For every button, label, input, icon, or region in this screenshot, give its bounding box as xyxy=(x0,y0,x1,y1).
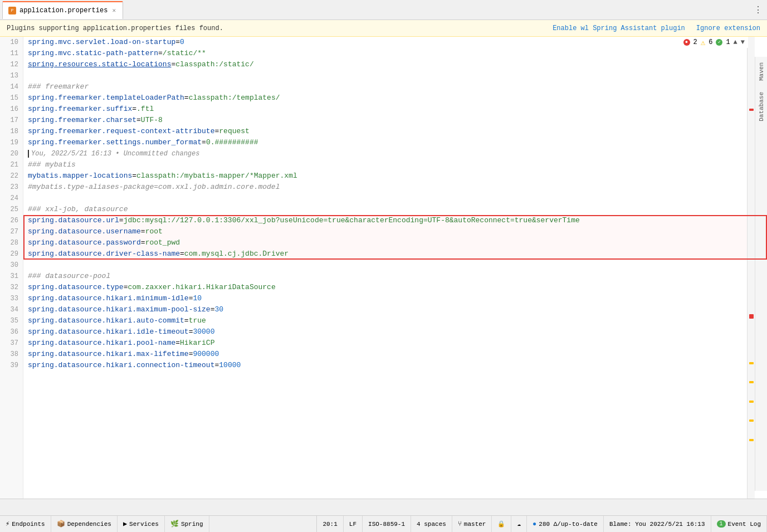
code-line[interactable]: spring.freemarker.suffix=.ftl xyxy=(23,104,767,115)
scroll-up-button[interactable]: ▲ xyxy=(734,38,737,46)
warn-scroll-marker-4 xyxy=(749,419,754,422)
line-number: 33 xyxy=(0,293,23,304)
plugin-message: Plugins supporting application.propertie… xyxy=(7,25,223,32)
branch-indicator[interactable]: ⑂ master xyxy=(452,516,492,532)
code-line[interactable] xyxy=(23,70,767,81)
line-number: 24 xyxy=(0,193,23,204)
services-tab[interactable]: ▶ Services xyxy=(118,516,165,532)
right-sidebar: Maven Database xyxy=(755,57,767,491)
code-line[interactable]: spring.datasource.hikari.max-lifetime=90… xyxy=(23,349,767,360)
blame-text: Blame: You 2022/5/21 16:13 xyxy=(609,521,705,528)
code-line[interactable]: spring.freemarker.request-context-attrib… xyxy=(23,126,767,137)
event-log-button[interactable]: 1 Event Log xyxy=(711,516,767,532)
indent-indicator[interactable]: 4 spaces xyxy=(411,516,452,532)
code-line[interactable]: spring.datasource.url=jdbc:mysql://127.0… xyxy=(23,215,767,226)
encoding-indicator[interactable]: ISO-8859-1 xyxy=(363,516,411,532)
code-line[interactable]: spring.datasource.driver-class-name=com.… xyxy=(23,248,767,260)
code-line[interactable]: spring.datasource.hikari.pool-name=Hikar… xyxy=(23,338,767,349)
error-count: 2 xyxy=(693,38,697,46)
line-number: 17 xyxy=(0,115,23,126)
code-line[interactable]: #mybatis.type-aliases-package=com.xxl.jo… xyxy=(23,182,767,193)
code-line[interactable]: spring.freemarker.charset=UTF-8 xyxy=(23,115,767,126)
line-number: 12 xyxy=(0,59,23,70)
code-line[interactable]: spring.datasource.hikari.minimum-idle=10 xyxy=(23,293,767,304)
code-line[interactable]: spring.mvc.static-path-pattern=/static/*… xyxy=(23,48,767,59)
line-number: 18 xyxy=(0,126,23,137)
code-line[interactable]: ### datasource-pool xyxy=(23,271,767,282)
tab-label: application.properties xyxy=(19,7,108,14)
bottom-tabs-bar: ⚡ Endpoints 📦 Dependencies ▶ Services 🌿 … xyxy=(0,515,767,532)
blame-indicator[interactable]: Blame: You 2022/5/21 16:13 xyxy=(604,516,711,532)
code-line[interactable]: spring.resources.static-locations=classp… xyxy=(23,59,767,70)
database-sidebar-button[interactable]: Database xyxy=(757,86,766,127)
line-number: 16 xyxy=(0,104,23,115)
branch-text: master xyxy=(464,521,486,528)
dependencies-icon: 📦 xyxy=(57,520,65,528)
services-label: Services xyxy=(129,521,159,528)
line-number: 26 xyxy=(0,215,23,226)
dependencies-label: Dependencies xyxy=(67,521,111,528)
code-line[interactable]: spring.datasource.password=root_pwd xyxy=(23,237,767,248)
error-icon: ● xyxy=(683,39,690,46)
line-number: 38 xyxy=(0,349,23,360)
ignore-extension-link[interactable]: Ignore extension xyxy=(696,25,760,32)
warning-count: 6 xyxy=(709,38,712,46)
delta-indicator[interactable]: ● 280 Δ/up-to-date xyxy=(527,516,604,532)
dependencies-tab[interactable]: 📦 Dependencies xyxy=(51,516,118,532)
code-line[interactable]: spring.datasource.type=com.zaxxer.hikari… xyxy=(23,282,767,293)
code-line[interactable]: ### xxl-job, datasource xyxy=(23,204,767,215)
error-counter[interactable]: ● 2 ⚠ 6 ✓ 1 ▲ ▼ xyxy=(680,37,748,48)
tab-bar: P application.properties ✕ ⋮ xyxy=(0,0,767,20)
code-line[interactable]: spring.freemarker.templateLoaderPath=cla… xyxy=(23,92,767,104)
spring-tab[interactable]: 🌿 Spring xyxy=(165,516,209,532)
code-line[interactable]: You, 2022/5/21 16:13 • Uncommitted chang… xyxy=(23,148,767,159)
application-properties-tab[interactable]: P application.properties ✕ xyxy=(2,1,123,19)
hint-count: 1 xyxy=(726,38,730,46)
code-line[interactable]: spring.freemarker.settings.number_format… xyxy=(23,137,767,148)
delta-text: 280 Δ/up-to-date xyxy=(539,521,598,528)
line-ending-indicator[interactable]: LF xyxy=(344,516,363,532)
code-line[interactable]: mybatis.mapper-locations=classpath:/myba… xyxy=(23,170,767,182)
scrollbar[interactable] xyxy=(747,37,755,515)
line-number: 32 xyxy=(0,282,23,293)
line-number: 19 xyxy=(0,137,23,148)
code-line[interactable]: ### mybatis xyxy=(23,159,767,170)
error-scroll-marker-2 xyxy=(749,314,754,319)
scroll-down-button[interactable]: ▼ xyxy=(741,38,745,46)
more-tabs-button[interactable]: ⋮ xyxy=(754,4,763,16)
hint-icon: ✓ xyxy=(716,39,722,46)
line-number: 22 xyxy=(0,170,23,182)
warn-scroll-marker-5 xyxy=(749,439,754,441)
code-line[interactable]: spring.datasource.hikari.maximum-pool-si… xyxy=(23,304,767,315)
endpoints-tab[interactable]: ⚡ Endpoints xyxy=(0,516,51,532)
code-line[interactable]: spring.mvc.servlet.load-on-startup=0 xyxy=(23,37,767,48)
line-number: 25 xyxy=(0,204,23,215)
vcs-icon: 🔒 xyxy=(497,520,505,528)
code-line[interactable] xyxy=(23,260,767,271)
warn-scroll-marker xyxy=(749,362,754,364)
position-indicator[interactable]: 20:1 xyxy=(317,516,343,532)
sync-indicator[interactable]: ☁ xyxy=(511,516,527,532)
code-line[interactable] xyxy=(23,193,767,204)
code-line[interactable]: spring.datasource.hikari.connection-time… xyxy=(23,360,767,371)
services-icon: ▶ xyxy=(123,520,127,528)
event-log-text: Event Log xyxy=(728,521,761,528)
line-numbers-gutter: 1011121314151617181920212223242526272829… xyxy=(0,37,23,515)
code-editor[interactable]: spring.mvc.servlet.load-on-startup=0spri… xyxy=(23,37,767,515)
code-line[interactable]: spring.datasource.username=root xyxy=(23,226,767,237)
line-number: 37 xyxy=(0,338,23,349)
line-number: 27 xyxy=(0,226,23,237)
line-number: 30 xyxy=(0,260,23,271)
status-bar xyxy=(0,499,767,515)
line-number: 15 xyxy=(0,92,23,104)
line-number: 11 xyxy=(0,48,23,59)
tab-close-button[interactable]: ✕ xyxy=(111,6,117,15)
vcs-indicator[interactable]: 🔒 xyxy=(492,516,511,532)
line-number: 20 xyxy=(0,148,23,159)
spring-icon: 🌿 xyxy=(170,520,179,528)
maven-sidebar-button[interactable]: Maven xyxy=(757,57,766,86)
code-line[interactable]: spring.datasource.hikari.auto-commit=tru… xyxy=(23,315,767,326)
enable-plugin-link[interactable]: Enable wl Spring Assistant plugin xyxy=(553,25,685,32)
code-line[interactable]: ### freemarker xyxy=(23,81,767,92)
code-line[interactable]: spring.datasource.hikari.idle-timeout=30… xyxy=(23,326,767,338)
